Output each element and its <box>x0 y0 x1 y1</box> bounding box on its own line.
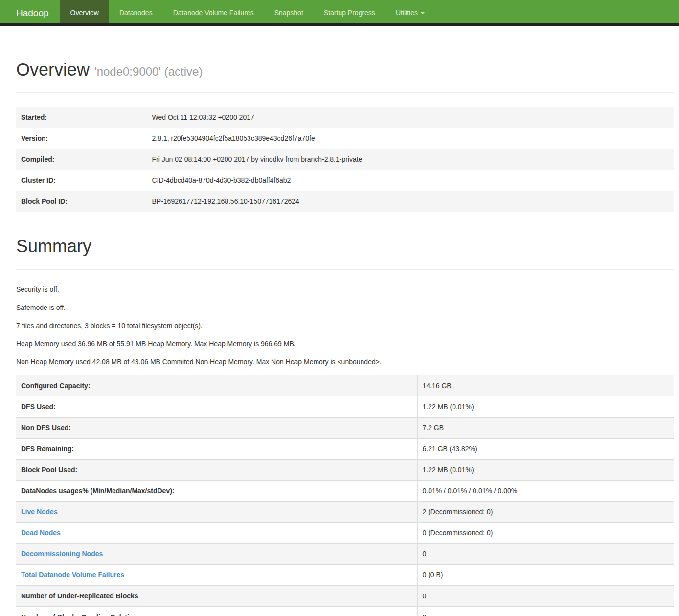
row-label: DFS Remaining: <box>16 439 417 460</box>
nav-item-datanodes[interactable]: Datanodes <box>109 0 163 23</box>
summary-header: Summary <box>16 237 674 270</box>
row-label: Version: <box>16 128 147 149</box>
caret-down-icon <box>421 12 425 14</box>
summary-title: Summary <box>16 237 674 256</box>
row-label: Dead Nodes <box>16 523 417 544</box>
row-value: 0 <box>417 607 674 616</box>
row-label: Cluster ID: <box>16 170 147 191</box>
table-row: Decommissioning Nodes 0 <box>16 544 674 565</box>
table-row: DFS Remaining: 6.21 GB (43.82%) <box>16 439 674 460</box>
row-value: CID-4dbcd40a-870d-4d30-b382-db0aff4f6ab2 <box>147 170 674 191</box>
row-label: Block Pool ID: <box>16 191 147 212</box>
table-row: Live Nodes 2 (Decommissioned: 0) <box>16 502 674 523</box>
row-value: 7.2 GB <box>417 418 674 439</box>
page-title: Overview 'node0:9000' (active) <box>16 60 674 80</box>
table-row: DataNodes usages% (Min/Median/Max/stdDev… <box>16 481 674 502</box>
row-value: 2 (Decommissioned: 0) <box>417 502 674 523</box>
row-label: Number of Blocks Pending Deletion <box>16 607 417 616</box>
row-value: 0 (Decommissioned: 0) <box>417 523 674 544</box>
safemode-status-text: Safemode is off. <box>16 303 674 312</box>
overview-title-text: Overview <box>16 60 90 80</box>
page-content: Overview 'node0:9000' (active) Started: … <box>16 60 674 616</box>
row-value: 0.01% / 0.01% / 0.01% / 0.00% <box>417 481 674 502</box>
nav-item-datanode-volume-failures[interactable]: Datanode Volume Failures <box>163 0 264 23</box>
row-value: Fri Jun 02 08:14:00 +0200 2017 by vinodk… <box>147 149 674 170</box>
row-label: Total Datanode Volume Failures <box>16 565 417 586</box>
row-label: Decommissioning Nodes <box>16 544 417 565</box>
table-row: Number of Blocks Pending Deletion 0 <box>16 607 674 616</box>
table-row: Version: 2.8.1, r20fe5304904fc2f5a18053c… <box>16 128 674 149</box>
hadoop-brand-link[interactable]: Hadoop <box>9 0 56 23</box>
filesystem-objects-text: 7 files and directories, 3 blocks = 10 t… <box>16 321 674 330</box>
decommissioning-nodes-link[interactable]: Decommissioning Nodes <box>21 550 103 558</box>
table-row: Started: Wed Oct 11 12:03:32 +0200 2017 <box>16 107 674 128</box>
row-label: DataNodes usages% (Min/Median/Max/stdDev… <box>16 481 417 502</box>
nav-item-startup-progress[interactable]: Startup Progress <box>314 0 385 23</box>
row-label: Non DFS Used: <box>16 418 417 439</box>
utilities-label: Utilities <box>396 9 418 17</box>
table-row: Number of Under-Replicated Blocks 0 <box>16 586 674 607</box>
nav-item-utilities-dropdown[interactable]: Utilities <box>385 0 435 23</box>
table-row: Block Pool ID: BP-1692617712-192.168.56.… <box>16 191 674 212</box>
table-row: Compiled: Fri Jun 02 08:14:00 +0200 2017… <box>16 149 674 170</box>
table-row: Total Datanode Volume Failures 0 (0 B) <box>16 565 674 586</box>
row-label: Configured Capacity: <box>16 375 417 396</box>
overview-info-table: Started: Wed Oct 11 12:03:32 +0200 2017 … <box>16 107 674 212</box>
row-label: DFS Used: <box>16 396 417 418</box>
security-status-text: Security is off. <box>16 285 674 294</box>
row-value: 2.8.1, r20fe5304904fc2f5a18053c389e43cd2… <box>147 128 674 149</box>
dead-nodes-link[interactable]: Dead Nodes <box>21 529 61 537</box>
total-datanode-volume-failures-link[interactable]: Total Datanode Volume Failures <box>21 571 124 579</box>
row-label: Compiled: <box>16 149 147 170</box>
row-label: Live Nodes <box>16 502 417 523</box>
table-row: Dead Nodes 0 (Decommissioned: 0) <box>16 523 674 544</box>
live-nodes-link[interactable]: Live Nodes <box>21 508 58 516</box>
navbar-menu: Overview Datanodes Datanode Volume Failu… <box>60 0 435 23</box>
table-row: Block Pool Used: 1.22 MB (0.01%) <box>16 460 674 481</box>
namenode-address-subtitle: 'node0:9000' (active) <box>94 65 203 78</box>
summary-paragraphs: Security is off. Safemode is off. 7 file… <box>16 285 674 367</box>
row-label: Started: <box>16 107 147 128</box>
overview-header: Overview 'node0:9000' (active) <box>16 60 674 93</box>
row-value: 6.21 GB (43.82%) <box>417 439 674 460</box>
summary-table: Configured Capacity: 14.16 GB DFS Used: … <box>16 375 674 616</box>
row-label: Number of Under-Replicated Blocks <box>16 586 417 607</box>
table-row: Non DFS Used: 7.2 GB <box>16 418 674 439</box>
table-row: Cluster ID: CID-4dbcd40a-870d-4d30-b382-… <box>16 170 674 191</box>
table-row: DFS Used: 1.22 MB (0.01%) <box>16 396 674 418</box>
row-value: BP-1692617712-192.168.56.10-150771617262… <box>147 191 674 212</box>
heap-memory-text: Heap Memory used 36.96 MB of 55.91 MB He… <box>16 339 674 349</box>
row-label: Block Pool Used: <box>16 460 417 481</box>
row-value: 1.22 MB (0.01%) <box>417 460 674 481</box>
table-row: Configured Capacity: 14.16 GB <box>16 375 674 396</box>
row-value: 0 <box>417 586 674 607</box>
non-heap-memory-text: Non Heap Memory used 42.08 MB of 43.06 M… <box>16 357 674 367</box>
nav-item-overview[interactable]: Overview <box>60 0 109 23</box>
row-value: 14.16 GB <box>417 375 674 396</box>
nav-item-snapshot[interactable]: Snapshot <box>264 0 314 23</box>
row-value: 0 <box>417 544 674 565</box>
row-value: Wed Oct 11 12:03:32 +0200 2017 <box>147 107 674 128</box>
row-value: 0 (0 B) <box>417 565 674 586</box>
top-navbar: Hadoop Overview Datanodes Datanode Volum… <box>0 0 679 26</box>
row-value: 1.22 MB (0.01%) <box>417 396 674 418</box>
